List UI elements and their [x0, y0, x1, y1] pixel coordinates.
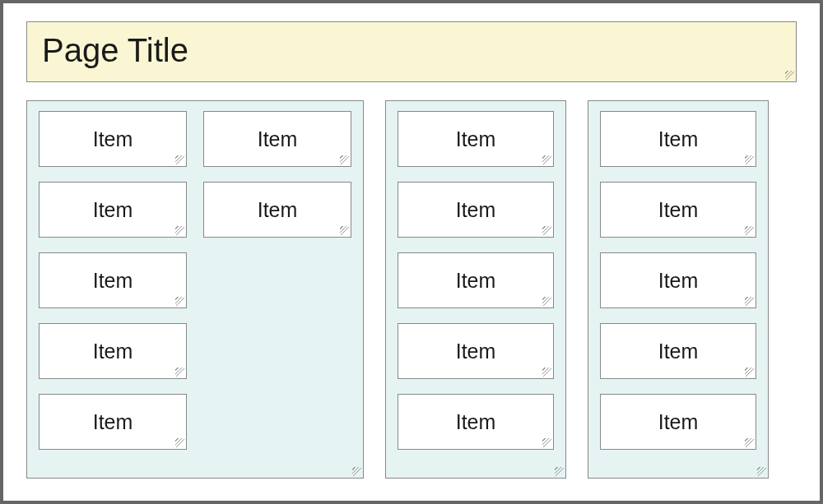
list-item[interactable]: Item — [398, 323, 554, 379]
list-item[interactable]: Item — [398, 111, 554, 167]
list-item[interactable]: Item — [600, 323, 756, 379]
item-label: Item — [456, 269, 496, 293]
resize-handle-icon — [542, 438, 551, 447]
item-label: Item — [658, 340, 699, 363]
list-item[interactable]: Item — [600, 252, 756, 308]
column-2-stack: Item Item Item Item Item — [398, 111, 554, 450]
list-item[interactable]: Item — [398, 182, 554, 238]
list-item[interactable]: Item — [39, 111, 187, 167]
item-label: Item — [658, 127, 699, 151]
list-item[interactable]: Item — [39, 394, 187, 450]
resize-handle-icon — [745, 226, 754, 235]
resize-handle-icon — [745, 368, 754, 377]
resize-handle-icon — [745, 297, 754, 306]
column-3-stack: Item Item Item Item Item — [600, 111, 756, 450]
resize-handle-icon — [175, 297, 184, 306]
resize-handle-icon — [340, 226, 349, 235]
list-item[interactable]: Item — [398, 252, 554, 308]
resize-handle-icon — [542, 297, 551, 306]
page-frame: Page Title Item Item Item — [0, 0, 823, 504]
column-2[interactable]: Item Item Item Item Item — [385, 100, 566, 479]
list-item[interactable]: Item — [203, 111, 351, 167]
item-label: Item — [456, 198, 496, 222]
resize-handle-icon — [352, 467, 361, 476]
resize-handle-icon — [175, 226, 184, 235]
resize-handle-icon — [745, 155, 754, 164]
item-label: Item — [658, 269, 699, 293]
item-label: Item — [456, 410, 496, 434]
resize-handle-icon — [542, 368, 551, 377]
list-item[interactable]: Item — [398, 394, 554, 450]
list-item[interactable]: Item — [39, 323, 187, 379]
item-label: Item — [658, 410, 699, 434]
item-label: Item — [658, 198, 699, 222]
item-label: Item — [456, 340, 496, 363]
resize-handle-icon — [745, 438, 754, 447]
resize-handle-icon — [555, 467, 564, 476]
item-label: Item — [93, 269, 133, 293]
list-item[interactable]: Item — [600, 111, 756, 167]
page-title-bar[interactable]: Page Title — [26, 21, 797, 82]
list-item[interactable]: Item — [600, 182, 756, 238]
column-1-right: Item Item — [203, 111, 351, 450]
list-item[interactable]: Item — [39, 252, 187, 308]
item-label: Item — [93, 127, 133, 151]
item-label: Item — [93, 198, 133, 222]
resize-handle-icon — [542, 226, 551, 235]
resize-handle-icon — [785, 71, 794, 80]
column-1[interactable]: Item Item Item Item — [26, 100, 364, 479]
list-item[interactable]: Item — [600, 394, 756, 450]
resize-handle-icon — [340, 155, 349, 164]
column-3[interactable]: Item Item Item Item Item — [588, 100, 769, 479]
item-label: Item — [258, 127, 298, 151]
resize-handle-icon — [175, 155, 184, 164]
item-label: Item — [258, 198, 298, 222]
item-label: Item — [93, 410, 133, 434]
item-label: Item — [456, 127, 496, 151]
list-item[interactable]: Item — [39, 182, 187, 238]
page-title: Page Title — [42, 32, 188, 68]
item-label: Item — [93, 340, 133, 363]
resize-handle-icon — [542, 155, 551, 164]
resize-handle-icon — [757, 467, 766, 476]
column-1-grid: Item Item Item Item — [39, 111, 351, 450]
resize-handle-icon — [175, 438, 184, 447]
columns-container: Item Item Item Item — [26, 100, 797, 479]
resize-handle-icon — [175, 368, 184, 377]
column-1-left: Item Item Item Item — [39, 111, 187, 450]
list-item[interactable]: Item — [203, 182, 351, 238]
